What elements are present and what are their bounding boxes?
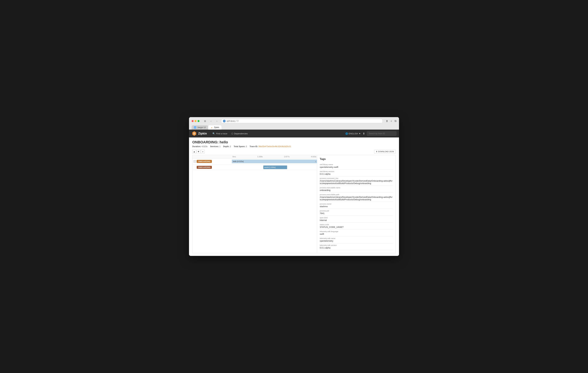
meta-trace-id: Trace ID: 5fdcf2b473e0cd3c49c32fc0b2d20c… <box>250 145 291 148</box>
tag-item: process.pid 7641 <box>320 209 393 216</box>
tag-key: process.executable.name <box>320 187 393 189</box>
collapse-down-button[interactable]: ▼ <box>197 150 200 154</box>
browser-tabs: J Jaeger UI ▲ Zipkin <box>192 125 396 130</box>
zipkin-logo-text: Zipkin <box>198 132 207 135</box>
tag-key: process.owner <box>320 203 393 205</box>
time-marker-0: 0ms <box>232 156 236 158</box>
tag-value: internal <box>320 219 393 221</box>
time-marker-2: 2.677s <box>284 156 290 158</box>
nav-find-trace[interactable]: 🔍 Find a trace <box>211 131 229 136</box>
forward-button[interactable]: › <box>215 119 219 123</box>
service-badge-row1[interactable]: ONBOARDING <box>197 160 212 163</box>
tag-item: otel.library.version 0.0.1-alpha <box>320 169 393 176</box>
upload-button[interactable]: ⬆ <box>363 132 365 135</box>
browser-chrome: ⊞ ‹ › i 127.0.0.1 🛡 ⬆ ＋ ⧉ J Jaeger UI <box>189 117 399 130</box>
tag-key: otel.library.version <box>320 170 393 172</box>
tags-panel: Tags otel.library.name opentelemetry-swi… <box>317 155 396 253</box>
trace-meta: Duration: 4.015s Services: 1 Depth: 2 To… <box>192 145 396 148</box>
dependencies-icon: ⬡ <box>231 132 233 135</box>
tag-value: onboarding <box>320 189 393 191</box>
collapse-up-button[interactable]: ▲ <box>192 150 196 154</box>
tag-key: otel.library.name <box>320 164 393 166</box>
maximize-button[interactable] <box>198 120 200 122</box>
expand-timeline-icon[interactable]: » <box>315 160 316 163</box>
timeline-time-ruler: 0ms 1.338s 2.677s 4.015s <box>232 156 317 158</box>
timeline-service-cell-row1: − ONBOARDING <box>192 160 232 163</box>
tag-item: span.kind internal <box>320 216 393 223</box>
tag-value: opentelemetry <box>320 240 393 242</box>
lang-text: ENGLISH <box>349 132 358 135</box>
tag-item: process.command_line /Users/slashmo/Libr… <box>320 176 393 186</box>
timeline-bar-cell-row2: world [1.004s] <box>232 164 317 170</box>
search-trace-input[interactable] <box>367 131 396 136</box>
nav-dependencies[interactable]: ⬡ Dependencies <box>230 131 249 136</box>
new-tab-icon[interactable]: ＋ <box>390 119 393 123</box>
page-toolbar: ▲ ▼ » ⬇ DOWNLOAD JSON <box>192 150 396 154</box>
collapse-controls: ▲ ▼ » <box>192 150 205 154</box>
language-selector[interactable]: 🌐 ENGLISH ▼ <box>345 132 361 135</box>
svg-point-2 <box>194 133 195 134</box>
tag-value: /Users/slashmo/Library/Developer/Xcode/D… <box>320 180 393 185</box>
tag-item: otel.library.name opentelemetry-swift <box>320 163 393 169</box>
zipkin-logo-icon <box>192 131 197 136</box>
timeline-header: 0ms 1.338s 2.677s 4.015s <box>192 155 317 158</box>
nav-dependencies-label: Dependencies <box>234 132 248 135</box>
share-icon[interactable]: ⬆ <box>386 120 388 123</box>
timeline-service-cell-row2: ONBOARDING <box>192 166 232 169</box>
tag-key: telemetry.sdk.name <box>320 237 393 239</box>
tag-key: process.executable.path <box>320 194 393 196</box>
back-button[interactable]: ‹ <box>209 119 213 123</box>
table-row: − ONBOARDING hello [4.015s] » <box>192 158 317 164</box>
expand-all-button[interactable]: » <box>201 150 205 154</box>
browser-nav: ⊞ ‹ › <box>203 119 219 123</box>
info-icon: i <box>223 120 226 122</box>
tag-key: process.command_line <box>320 177 393 179</box>
tab-zipkin[interactable]: ▲ Zipkin <box>208 125 221 130</box>
tag-item: process.owner slashmo <box>320 202 393 209</box>
lang-icon: 🌐 <box>345 132 348 135</box>
nav-right: 🌐 ENGLISH ▼ ⬆ <box>345 131 396 136</box>
tag-item: telemetry.sdk.version 0.0.1-alpha <box>320 243 393 250</box>
tag-item: process.executable.path /Users/slashmo/L… <box>320 193 393 202</box>
tag-value: opentelemetry-swift <box>320 166 393 168</box>
service-badge-row2[interactable]: ONBOARDING <box>197 166 212 169</box>
app-content: Zipkin 🔍 Find a trace ⬡ Dependencies 🌐 E… <box>189 130 399 256</box>
tag-key: process.pid <box>320 210 393 212</box>
collapse-span-icon-row1[interactable]: − <box>194 160 196 163</box>
download-json-button[interactable]: ⬇ DOWNLOAD JSON <box>374 150 396 154</box>
span-bar-hello[interactable]: hello [4.015s] <box>232 160 317 163</box>
sidebar-toggle-button[interactable]: ⊞ <box>203 119 207 123</box>
tag-value: 7641 <box>320 212 393 215</box>
tag-value: STATUS_CODE_UNSET <box>320 226 393 228</box>
traffic-lights <box>192 120 200 122</box>
zipkin-logo[interactable]: Zipkin <box>192 131 207 136</box>
download-json-label: DOWNLOAD JSON <box>378 151 394 153</box>
tag-key: span.kind <box>320 217 393 219</box>
tag-value: 0.0.1-alpha <box>320 247 393 249</box>
page-content: ONBOARDING: hello Duration: 4.015s Servi… <box>189 137 399 256</box>
tab-jaeger-label: Jaeger UI <box>197 126 206 129</box>
browser-titlebar: ⊞ ‹ › i 127.0.0.1 🛡 ⬆ ＋ ⧉ <box>192 119 396 123</box>
browser-window: ⊞ ‹ › i 127.0.0.1 🛡 ⬆ ＋ ⧉ J Jaeger UI <box>189 117 399 256</box>
time-marker-1: 1.338s <box>257 156 263 158</box>
minimize-button[interactable] <box>195 120 197 122</box>
close-button[interactable] <box>192 120 194 122</box>
span-bar-world[interactable]: world [1.004s] <box>263 166 287 169</box>
tag-value: slashmo <box>320 205 393 208</box>
nav-menu: 🔍 Find a trace ⬡ Dependencies <box>211 131 341 136</box>
span-label-world: world [1.004s] <box>264 166 275 168</box>
tag-value: 0.0.1-alpha <box>320 173 393 175</box>
address-bar[interactable]: i 127.0.0.1 🛡 <box>221 119 383 123</box>
meta-total-spans: Total Spans: 2 <box>234 145 247 148</box>
find-trace-icon: 🔍 <box>212 132 215 135</box>
chevron-down-icon: ▼ <box>359 132 361 135</box>
tabs-overview-icon[interactable]: ⧉ <box>395 120 396 123</box>
tag-item: telemetry.sdk.name opentelemetry <box>320 236 393 243</box>
meta-services: Services: 1 <box>210 145 220 148</box>
tag-item: status.code STATUS_CODE_UNSET <box>320 223 393 229</box>
meta-duration: Duration: 4.015s <box>192 145 208 148</box>
tag-key: status.code <box>320 224 393 226</box>
timeline-bar-cell-row1: hello [4.015s] » <box>232 158 317 164</box>
nav-find-trace-label: Find a trace <box>216 132 227 135</box>
tab-jaeger[interactable]: J Jaeger UI <box>192 125 208 130</box>
